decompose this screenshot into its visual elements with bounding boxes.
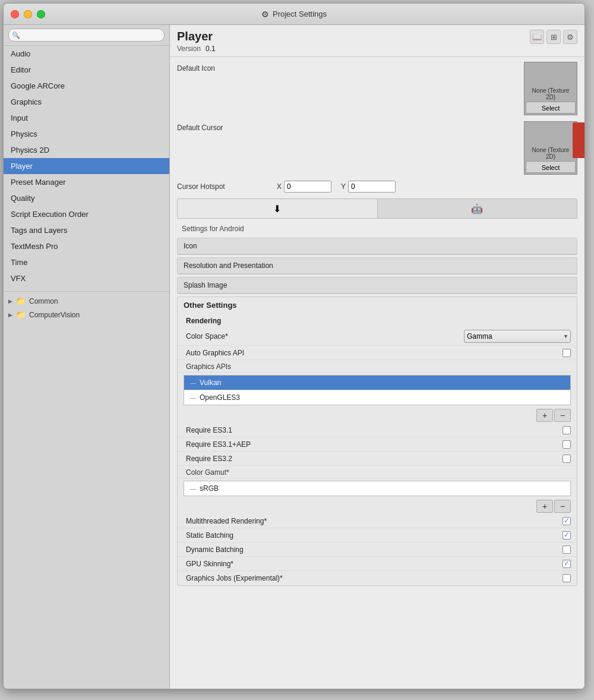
sidebar: 🔍 Audio Editor Google ARCore Graphics In… <box>4 25 170 689</box>
default-icon-row: Default Icon None (Texture 2D) Select <box>177 62 577 115</box>
default-cursor-texture-label: None (Texture 2D) <box>525 147 577 160</box>
drag-handle-vulkan: — <box>190 380 196 386</box>
cursor-hotspot-label: Cursor Hotspot <box>177 182 272 191</box>
graphics-jobs-checkbox[interactable] <box>563 574 571 582</box>
icon-section-title[interactable]: Icon <box>178 238 577 254</box>
window-controls <box>11 10 45 18</box>
search-input[interactable] <box>8 29 165 42</box>
expand-arrow-cv: ▶ <box>8 312 12 318</box>
static-batching-row: Static Batching <box>178 528 577 543</box>
require-es31aep-checkbox[interactable] <box>563 440 571 449</box>
settings-for-android-label: Settings for Android <box>177 222 577 235</box>
static-batching-control <box>563 531 571 540</box>
expand-arrow-common: ▶ <box>8 298 12 304</box>
api-list-item-opengles3[interactable]: — OpenGLES3 <box>184 390 570 405</box>
require-es31aep-row: Require ES3.1+AEP <box>178 437 577 452</box>
splash-section-title[interactable]: Splash Image <box>178 278 577 294</box>
multithreaded-rendering-row: Multithreaded Rendering* <box>178 514 577 528</box>
sidebar-item-quality[interactable]: Quality <box>4 190 169 206</box>
header-right: 📖 ⊞ ⚙ <box>530 30 577 44</box>
color-gamut-list: — sRGB <box>184 481 571 496</box>
api-list-item-vulkan[interactable]: — Vulkan <box>184 376 570 390</box>
default-icon-select-button[interactable]: Select <box>526 102 576 113</box>
color-gamut-list-buttons: + − <box>178 499 577 514</box>
resolution-section-title[interactable]: Resolution and Presentation <box>178 258 577 274</box>
auto-graphics-api-checkbox[interactable] <box>563 349 571 357</box>
multithreaded-rendering-checkbox[interactable] <box>563 517 571 525</box>
sidebar-item-google-arcore[interactable]: Google ARCore <box>4 78 169 94</box>
sidebar-item-textmesh-pro[interactable]: TextMesh Pro <box>4 238 169 254</box>
require-es31-row: Require ES3.1 <box>178 423 577 437</box>
graphics-apis-label: Graphics APIs <box>178 360 577 373</box>
platform-tab-android[interactable]: ⬇ <box>178 199 378 218</box>
sidebar-item-physics[interactable]: Physics <box>4 126 169 142</box>
add-color-gamut-button[interactable]: + <box>536 500 553 513</box>
require-es31aep-control <box>563 440 571 449</box>
static-batching-label: Static Batching <box>186 531 563 540</box>
default-cursor-select-button[interactable]: Select <box>526 161 576 173</box>
graphics-jobs-label: Graphics Jobs (Experimental)* <box>186 574 563 582</box>
require-es31aep-label: Require ES3.1+AEP <box>186 440 563 449</box>
require-es32-checkbox[interactable] <box>563 455 571 463</box>
static-batching-checkbox[interactable] <box>563 531 571 540</box>
multithreaded-rendering-label: Multithreaded Rendering* <box>186 517 563 525</box>
android-icon: ⬇ <box>273 203 281 215</box>
close-button[interactable] <box>11 10 19 18</box>
sidebar-item-audio[interactable]: Audio <box>4 46 169 62</box>
search-wrap: 🔍 <box>8 29 165 42</box>
platform-tab-2[interactable]: 🤖 <box>378 199 577 218</box>
sidebar-item-tags-and-layers[interactable]: Tags and Layers <box>4 222 169 238</box>
require-es32-label: Require ES3.2 <box>186 455 563 463</box>
sidebar-item-time[interactable]: Time <box>4 254 169 270</box>
remove-color-gamut-button[interactable]: − <box>554 500 571 513</box>
main-header: Player Version 0.1 📖 ⊞ ⚙ <box>170 25 584 57</box>
book-icon: 📖 <box>532 33 542 42</box>
auto-graphics-api-row: Auto Graphics API <box>178 346 577 360</box>
layout-icon-button[interactable]: ⊞ <box>546 30 561 44</box>
add-api-button[interactable]: + <box>536 409 553 422</box>
folder-item-computer-vision[interactable]: ▶ 📁 ComputerVision <box>4 308 169 321</box>
minimize-button[interactable] <box>24 10 32 18</box>
opengles3-label: OpenGLES3 <box>200 393 240 402</box>
gear-icon: ⚙ <box>261 10 269 19</box>
sidebar-item-editor[interactable]: Editor <box>4 62 169 78</box>
dynamic-batching-checkbox[interactable] <box>563 546 571 554</box>
color-space-dropdown[interactable]: Gamma Linear <box>464 330 571 343</box>
require-es32-control <box>563 455 571 463</box>
hotspot-x-input[interactable] <box>284 181 331 193</box>
require-es31-checkbox[interactable] <box>563 426 571 434</box>
sidebar-item-physics-2d[interactable]: Physics 2D <box>4 142 169 158</box>
gear-icon-button[interactable]: ⚙ <box>563 30 577 44</box>
folder-icon-cv: 📁 <box>16 310 26 319</box>
auto-graphics-api-label: Auto Graphics API <box>186 349 563 357</box>
rendering-subsection-title: Rendering <box>178 313 577 327</box>
other-settings-title[interactable]: Other Settings <box>178 297 577 313</box>
version-row: Version 0.1 <box>177 45 216 53</box>
sidebar-item-input[interactable]: Input <box>4 110 169 126</box>
sidebar-item-player[interactable]: Player <box>4 158 169 174</box>
hotspot-y-input[interactable] <box>348 181 396 193</box>
book-icon-button[interactable]: 📖 <box>530 30 544 44</box>
maximize-button[interactable] <box>37 10 45 18</box>
sidebar-item-script-execution-order[interactable]: Script Execution Order <box>4 206 169 222</box>
gpu-skinning-row: GPU Skinning* <box>178 557 577 571</box>
sidebar-item-vfx[interactable]: VFX <box>4 270 169 286</box>
version-label: Version <box>177 45 201 53</box>
gpu-skinning-label: GPU Skinning* <box>186 560 563 568</box>
hotspot-y-coord: Y <box>341 181 396 193</box>
gpu-skinning-checkbox[interactable] <box>563 560 571 568</box>
folder-icon-common: 📁 <box>16 297 26 305</box>
folder-item-common[interactable]: ▶ 📁 Common <box>4 294 169 308</box>
api-list-buttons: + − <box>178 408 577 423</box>
x-label: X <box>277 182 282 191</box>
sidebar-item-preset-manager[interactable]: Preset Manager <box>4 174 169 190</box>
icon-section: Icon <box>177 238 577 255</box>
color-gamut-item-srgb[interactable]: — sRGB <box>184 481 570 496</box>
auto-graphics-api-control <box>563 349 571 357</box>
multithreaded-rendering-control <box>563 517 571 525</box>
default-icon-thumbnail: None (Texture 2D) Select <box>524 62 577 115</box>
remove-api-button[interactable]: − <box>554 409 571 422</box>
sidebar-item-graphics[interactable]: Graphics <box>4 94 169 110</box>
robot-icon: 🤖 <box>471 203 483 215</box>
scrollable-content: Default Icon None (Texture 2D) Select De… <box>170 57 584 689</box>
